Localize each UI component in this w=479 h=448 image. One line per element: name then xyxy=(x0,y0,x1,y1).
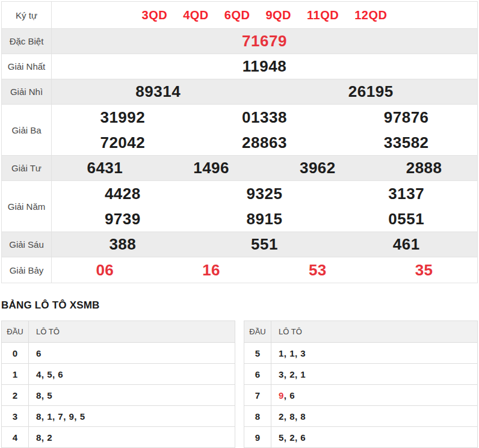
loto-dau-cell: 9 xyxy=(244,427,271,448)
loto-row: 0 6 xyxy=(2,343,235,364)
prize-number: 71679 xyxy=(52,32,477,51)
prize-number: 388 xyxy=(52,235,194,254)
loto-row: 4 8, 2 xyxy=(2,427,235,448)
prize-row-label: Giải Tư xyxy=(2,156,52,180)
loto-dau-cell: 5 xyxy=(244,343,271,364)
prize-number: 1496 xyxy=(158,159,265,177)
loto-values-cell: 9, 6 xyxy=(271,385,478,406)
prize-number: 33582 xyxy=(335,133,477,152)
loto-table-left: ĐẦU LÔ TÔ 0 6 1 4, 5, 6 2 8, 5 3 8, 1, 7… xyxy=(1,321,235,448)
loto-red-value: 9 xyxy=(279,390,284,400)
loto-tables: ĐẦU LÔ TÔ 0 6 1 4, 5, 6 2 8, 5 3 8, 1, 7… xyxy=(1,321,478,448)
loto-values: 3, 2, 1 xyxy=(279,369,306,379)
prize-row-giai-tu: Giải Tư 6431 1496 3962 2888 xyxy=(2,156,477,181)
loto-values: 8, 2 xyxy=(36,432,52,443)
loto-row: 5 1, 1, 3 xyxy=(244,343,478,364)
prize-line: 9739 8915 0551 xyxy=(52,206,477,232)
prize-row-values: 3QD 4QD 6QD 9QD 11QD 12QD xyxy=(52,2,477,28)
prize-number: 551 xyxy=(194,235,336,254)
loto-table-right: ĐẦU LÔ TÔ 5 1, 1, 3 6 3, 2, 1 7 9, 6 8 2… xyxy=(244,321,478,448)
prize-number: 89314 xyxy=(52,82,265,101)
ticket-code: 3QD xyxy=(142,8,168,22)
loto-values: 1, 1, 3 xyxy=(279,348,306,358)
loto-values: 5, 2, 6 xyxy=(279,432,306,443)
loto-row: 3 8, 1, 7, 9, 5 xyxy=(2,406,235,427)
prize-line: 72042 28863 33582 xyxy=(52,130,477,155)
prize-line: 31992 01338 97876 xyxy=(52,105,477,130)
prize-number: 2888 xyxy=(371,159,477,177)
prize-number: 3137 xyxy=(335,185,477,203)
prize-number: 8915 xyxy=(194,210,336,229)
ticket-code: 12QD xyxy=(354,8,387,22)
prize-number: 4428 xyxy=(52,185,194,203)
prize-row-giai-nhat: Giải Nhất 11948 xyxy=(2,54,477,79)
loto-values: 2, 8, 8 xyxy=(279,411,306,422)
prize-row-ky-tu: Ký tự 3QD 4QD 6QD 9QD 11QD 12QD xyxy=(2,2,477,29)
prize-number: 9739 xyxy=(52,210,194,229)
prize-row-values: 11948 xyxy=(52,54,477,79)
loto-dau-cell: 7 xyxy=(244,385,271,406)
prize-number: 28863 xyxy=(194,133,336,152)
loto-col-header-loto: LÔ TÔ xyxy=(29,321,235,343)
prize-row-giai-ba: Giải Ba 31992 01338 97876 72042 28863 33… xyxy=(2,105,477,156)
prize-row-label: Đặc Biệt xyxy=(2,29,52,54)
prize-row-giai-nam: Giải Năm 4428 9325 3137 9739 8915 0551 xyxy=(2,181,477,232)
prize-row-label: Giải Nhất xyxy=(2,54,52,79)
ticket-code: 6QD xyxy=(224,8,250,22)
prize-number: 26195 xyxy=(265,82,478,101)
loto-values-cell: 8, 5 xyxy=(29,385,235,406)
loto-values-cell: 6 xyxy=(29,343,235,364)
prize-number: 3962 xyxy=(265,159,371,177)
loto-values: 8, 5 xyxy=(36,390,52,400)
prize-row-giai-nhi: Giải Nhì 89314 26195 xyxy=(2,79,477,105)
loto-header-row: ĐẦU LÔ TÔ xyxy=(2,321,235,343)
prize-row-label: Giải Sáu xyxy=(2,232,52,257)
prize-number: 11948 xyxy=(52,57,477,76)
prize-row-label: Giải Năm xyxy=(2,181,52,232)
loto-col-header-loto: LÔ TÔ xyxy=(271,321,478,343)
prize-row-values: 71679 xyxy=(52,29,477,54)
prize-row-values: 388 551 461 xyxy=(52,232,477,257)
prize-table: Ký tự 3QD 4QD 6QD 9QD 11QD 12QD Đặc Biệt… xyxy=(1,1,478,283)
loto-values: , 6 xyxy=(284,390,295,400)
loto-values-cell: 5, 2, 6 xyxy=(271,427,478,448)
loto-dau-cell: 4 xyxy=(2,427,29,448)
prize-row-label: Giải Ba xyxy=(2,105,52,155)
loto-dau-cell: 1 xyxy=(2,364,29,385)
loto-col-header-dau: ĐẦU xyxy=(244,321,271,343)
loto-values-cell: 3, 2, 1 xyxy=(271,364,478,385)
loto-header-row: ĐẦU LÔ TÔ xyxy=(244,321,478,343)
loto-row: 1 4, 5, 6 xyxy=(2,364,235,385)
loto-dau-cell: 0 xyxy=(2,343,29,364)
loto-values: 6 xyxy=(36,348,42,358)
prize-number: 6431 xyxy=(52,159,158,177)
prize-number: 53 xyxy=(265,261,371,280)
loto-dau-cell: 3 xyxy=(2,406,29,427)
prize-number: 35 xyxy=(371,261,477,280)
loto-values: 4, 5, 6 xyxy=(36,369,63,379)
prize-number: 31992 xyxy=(52,108,194,127)
prize-number: 9325 xyxy=(194,185,336,203)
prize-row-values: 4428 9325 3137 9739 8915 0551 xyxy=(52,181,477,232)
prize-row-values: 31992 01338 97876 72042 28863 33582 xyxy=(52,105,477,155)
loto-col-header-dau: ĐẦU xyxy=(2,321,29,343)
prize-row-dac-biet: Đặc Biệt 71679 xyxy=(2,29,477,54)
loto-dau-cell: 6 xyxy=(244,364,271,385)
prize-row-values: 89314 26195 xyxy=(52,79,477,104)
loto-section-title: BẢNG LÔ TÔ XSMB xyxy=(1,299,478,311)
loto-values-cell: 4, 5, 6 xyxy=(29,364,235,385)
loto-row: 9 5, 2, 6 xyxy=(244,427,478,448)
prize-number: 16 xyxy=(158,261,265,280)
loto-row: 8 2, 8, 8 xyxy=(244,406,478,427)
loto-dau-cell: 2 xyxy=(2,385,29,406)
prize-row-values: 6431 1496 3962 2888 xyxy=(52,156,477,180)
loto-row: 6 3, 2, 1 xyxy=(244,364,478,385)
ticket-code: 11QD xyxy=(307,8,339,22)
prize-number: 72042 xyxy=(52,133,194,152)
ticket-code: 9QD xyxy=(265,8,291,22)
prize-row-label: Giải Bảy xyxy=(2,257,52,283)
prize-line: 4428 9325 3137 xyxy=(52,181,477,206)
loto-values-cell: 1, 1, 3 xyxy=(271,343,478,364)
prize-row-label: Ký tự xyxy=(2,2,52,28)
loto-values-cell: 8, 1, 7, 9, 5 xyxy=(29,406,235,427)
